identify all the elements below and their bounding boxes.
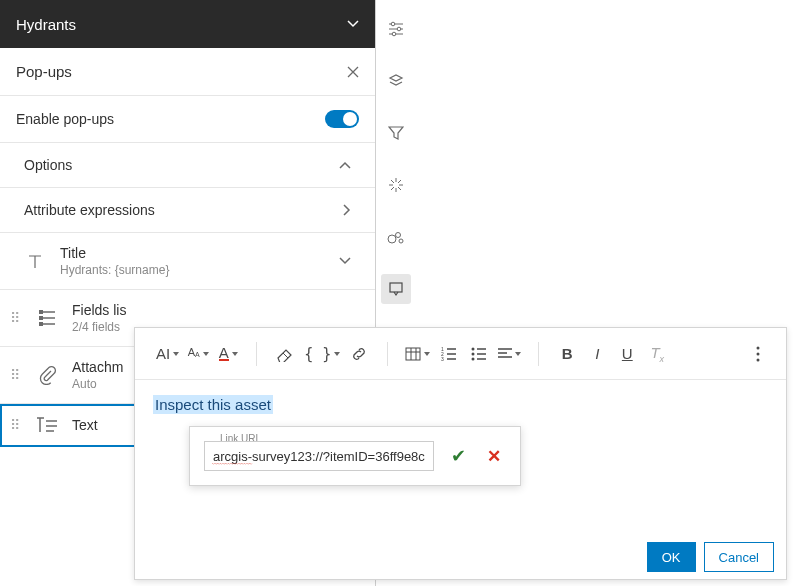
link-url-popup: Link URL ﹏﹏﹏﹏﹏ ✔ ✕ xyxy=(189,426,521,486)
code-icon[interactable]: { } xyxy=(301,339,343,369)
ai-button[interactable]: AI xyxy=(153,339,182,369)
text-icon xyxy=(34,416,60,434)
bold-button[interactable]: B xyxy=(553,339,581,369)
popup-icon[interactable] xyxy=(381,274,411,304)
panel-header: Pop-ups xyxy=(0,48,375,96)
title-sub: Hydrants: {surname} xyxy=(60,263,327,277)
chevron-down-icon[interactable] xyxy=(339,257,359,265)
panel-title: Pop-ups xyxy=(16,63,72,80)
title-label: Title xyxy=(60,245,327,261)
svg-point-14 xyxy=(757,346,760,349)
svg-point-2 xyxy=(392,32,396,36)
svg-point-16 xyxy=(757,358,760,361)
drag-handle-icon[interactable]: ⠿ xyxy=(8,310,22,326)
attachment-icon xyxy=(34,365,60,385)
fields-icon xyxy=(34,309,60,327)
text-editor-dialog: AI AA A { } 123 B I U Tx Inspect this as… xyxy=(134,327,787,580)
svg-rect-6 xyxy=(390,283,402,292)
title-icon xyxy=(22,251,48,271)
font-color-button[interactable]: A xyxy=(214,339,242,369)
editor-toolbar: AI AA A { } 123 B I U Tx xyxy=(135,328,786,380)
effects-icon[interactable] xyxy=(381,170,411,200)
attr-expr-label: Attribute expressions xyxy=(24,202,155,218)
cancel-link-icon[interactable]: ✕ xyxy=(482,446,506,467)
link-icon[interactable] xyxy=(345,339,373,369)
editor-content-area[interactable]: Inspect this asset Link URL ﹏﹏﹏﹏﹏ ✔ ✕ xyxy=(135,380,786,535)
filter-icon[interactable] xyxy=(381,118,411,148)
enable-popups-row: Enable pop-ups xyxy=(0,96,375,143)
fields-label: Fields lis xyxy=(72,302,359,318)
add-layer-icon[interactable] xyxy=(381,66,411,96)
svg-text:3: 3 xyxy=(441,356,444,361)
align-icon[interactable] xyxy=(495,339,524,369)
strike-clear-icon[interactable]: Tx xyxy=(643,339,671,369)
italic-button[interactable]: I xyxy=(583,339,611,369)
cluster-icon[interactable] xyxy=(381,222,411,252)
more-icon[interactable] xyxy=(744,339,772,369)
chevron-down-icon[interactable] xyxy=(347,20,359,28)
table-icon[interactable] xyxy=(402,339,433,369)
spellcheck-underline: ﹏﹏﹏﹏﹏ xyxy=(212,455,252,468)
svg-point-15 xyxy=(757,352,760,355)
layer-header[interactable]: Hydrants xyxy=(0,0,375,48)
enable-popups-toggle[interactable] xyxy=(325,110,359,128)
svg-point-11 xyxy=(472,347,475,350)
svg-point-0 xyxy=(391,22,395,26)
chevron-right-icon xyxy=(343,204,351,216)
svg-point-1 xyxy=(397,27,401,31)
svg-point-5 xyxy=(399,239,403,243)
selected-text[interactable]: Inspect this asset xyxy=(153,395,273,414)
chevron-up-icon xyxy=(339,161,351,169)
svg-point-12 xyxy=(472,352,475,355)
underline-button[interactable]: U xyxy=(613,339,641,369)
svg-rect-7 xyxy=(406,348,420,360)
numbered-list-icon[interactable]: 123 xyxy=(435,339,463,369)
bullet-list-icon[interactable] xyxy=(465,339,493,369)
svg-point-13 xyxy=(472,357,475,360)
clear-format-icon[interactable] xyxy=(271,339,299,369)
cancel-button[interactable]: Cancel xyxy=(704,542,774,572)
settings-icon[interactable] xyxy=(381,14,411,44)
ok-button[interactable]: OK xyxy=(647,542,696,572)
drag-handle-icon[interactable]: ⠿ xyxy=(8,417,22,433)
svg-point-3 xyxy=(388,235,396,243)
layer-name: Hydrants xyxy=(16,16,76,33)
dialog-footer: OK Cancel xyxy=(135,535,786,579)
title-element-row[interactable]: Title Hydrants: {surname} xyxy=(0,233,375,290)
enable-popups-label: Enable pop-ups xyxy=(16,111,114,127)
close-icon[interactable] xyxy=(347,66,359,78)
attribute-expressions-row[interactable]: Attribute expressions xyxy=(0,188,375,233)
options-section[interactable]: Options xyxy=(0,143,375,188)
options-label: Options xyxy=(24,157,72,173)
confirm-link-icon[interactable]: ✔ xyxy=(446,445,470,467)
font-size-button[interactable]: AA xyxy=(184,339,212,369)
drag-handle-icon[interactable]: ⠿ xyxy=(8,367,22,383)
svg-point-4 xyxy=(395,233,400,238)
